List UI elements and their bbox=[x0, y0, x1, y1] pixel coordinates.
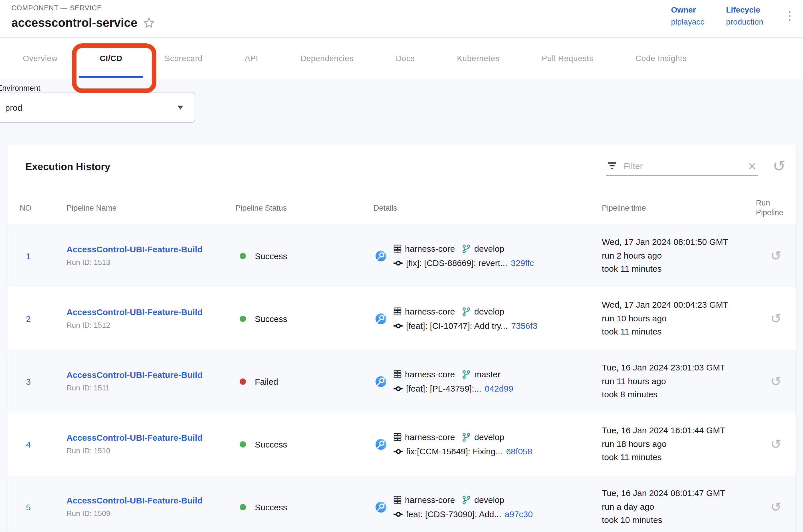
table-row: 2 AccessControl-UBI-Feature-Build Run ID… bbox=[7, 287, 796, 350]
tab-dependencies[interactable]: Dependencies bbox=[288, 38, 366, 79]
time-date: Wed, 17 Jan 2024 00:04:23 GMT bbox=[602, 299, 728, 312]
commit-hash-link[interactable]: 329ffc bbox=[511, 258, 534, 268]
run-id: Run ID: 1509 bbox=[66, 509, 110, 518]
time-duration: took 11 minutes bbox=[602, 451, 662, 464]
tab-docs[interactable]: Docs bbox=[383, 38, 427, 79]
time-date: Tue, 16 Jan 2024 16:01:44 GMT bbox=[602, 424, 725, 437]
status-label: Success bbox=[255, 502, 287, 512]
page: COMPONENT — SERVICE accesscontrol-servic… bbox=[0, 0, 803, 532]
run-pipeline-button[interactable]: ↺ bbox=[770, 375, 782, 388]
pipeline-execution-icon[interactable] bbox=[375, 439, 386, 450]
time-duration: took 8 minutes bbox=[602, 388, 657, 401]
pipeline-execution-icon[interactable] bbox=[375, 501, 386, 512]
time-date: Tue, 16 Jan 2024 08:01:47 GMT bbox=[602, 487, 725, 500]
git-branch-icon bbox=[462, 369, 471, 379]
col-run-pipeline: Run Pipeline bbox=[756, 198, 791, 218]
owner-label: Owner bbox=[671, 5, 704, 14]
col-pipeline-time: Pipeline time bbox=[602, 204, 756, 212]
filter-input[interactable] bbox=[623, 160, 742, 171]
pipeline-execution-icon[interactable] bbox=[375, 376, 386, 387]
commit-hash-link[interactable]: a97c30 bbox=[505, 509, 533, 519]
commit-message: feat: [CDS-73090]: Add... bbox=[406, 509, 501, 519]
status-dot-icon bbox=[240, 316, 246, 322]
col-pipeline-status: Pipeline Status bbox=[235, 204, 374, 212]
run-pipeline-button[interactable]: ↺ bbox=[770, 500, 782, 513]
clear-filter-icon[interactable]: × bbox=[748, 160, 757, 171]
time-relative: run a day ago bbox=[602, 500, 654, 513]
run-id: Run ID: 1510 bbox=[66, 446, 110, 455]
time-duration: took 11 minutes bbox=[602, 326, 662, 339]
tab-pull-requests[interactable]: Pull Requests bbox=[529, 38, 606, 79]
status-label: Success bbox=[255, 439, 287, 449]
pipeline-name-link[interactable]: AccessControl-UBI-Feature-Build bbox=[66, 371, 203, 380]
table-row: 4 AccessControl-UBI-Feature-Build Run ID… bbox=[7, 413, 796, 475]
environment-value: prod bbox=[0, 102, 22, 112]
git-branch-icon bbox=[462, 495, 471, 504]
run-id: Run ID: 1513 bbox=[66, 258, 110, 267]
pipeline-time: Tue, 16 Jan 2024 16:01:44 GMT run 18 hou… bbox=[602, 424, 756, 464]
branch-name: develop bbox=[474, 495, 504, 505]
environment-select[interactable]: prod bbox=[0, 92, 195, 123]
filter-box: × bbox=[606, 158, 758, 175]
repo-name: harness-core bbox=[405, 495, 455, 505]
run-id: Run ID: 1512 bbox=[66, 321, 110, 329]
pipeline-name-link[interactable]: AccessControl-UBI-Feature-Build bbox=[66, 496, 203, 506]
git-commit-icon bbox=[393, 384, 403, 393]
row-number: 5 bbox=[26, 502, 31, 512]
repository-icon bbox=[393, 307, 402, 316]
commit-hash-link[interactable]: 7356f3 bbox=[511, 321, 537, 330]
time-date: Tue, 16 Jan 2024 23:01:03 GMT bbox=[602, 362, 725, 375]
commit-message: fix:[CCM-15649]: Fixing... bbox=[406, 446, 502, 456]
run-pipeline-button[interactable]: ↺ bbox=[770, 438, 782, 451]
tab-api[interactable]: API bbox=[232, 38, 271, 79]
table-body: 1 AccessControl-UBI-Feature-Build Run ID… bbox=[7, 224, 796, 532]
commit-hash-link[interactable]: 68f058 bbox=[506, 446, 532, 456]
repo-name: harness-core bbox=[405, 244, 455, 253]
lifecycle-label: Lifecycle bbox=[726, 5, 763, 14]
pipeline-time: Tue, 16 Jan 2024 08:01:47 GMT run a day … bbox=[602, 487, 756, 527]
execution-history-card: Execution History × ↺ NO Pipeline Name P… bbox=[7, 145, 796, 532]
pipeline-name-link[interactable]: AccessControl-UBI-Feature-Build bbox=[66, 245, 203, 254]
star-icon[interactable] bbox=[143, 17, 154, 28]
time-duration: took 11 minutes bbox=[602, 263, 662, 276]
table-row: 5 AccessControl-UBI-Feature-Build Run ID… bbox=[7, 475, 796, 532]
git-commit-icon bbox=[393, 510, 403, 518]
owner-meta: Owner plplayacc bbox=[671, 5, 704, 26]
tab-scorecard[interactable]: Scorecard bbox=[152, 38, 215, 79]
pipeline-time: Wed, 17 Jan 2024 00:04:23 GMT run 10 hou… bbox=[602, 299, 756, 339]
lifecycle-meta: Lifecycle production bbox=[726, 5, 763, 26]
git-branch-icon bbox=[462, 432, 471, 441]
time-date: Wed, 17 Jan 2024 08:01:50 GMT bbox=[602, 236, 728, 249]
tab-code-insights[interactable]: Code Insights bbox=[623, 38, 699, 79]
commit-message: [fix]: [CDS-88669]: revert... bbox=[406, 258, 508, 268]
tab-overview[interactable]: Overview bbox=[10, 38, 70, 79]
pipeline-name-link[interactable]: AccessControl-UBI-Feature-Build bbox=[66, 434, 203, 443]
commit-hash-link[interactable]: 042d99 bbox=[485, 384, 513, 393]
pipeline-execution-icon[interactable] bbox=[375, 313, 386, 324]
tab-kubernetes[interactable]: Kubernetes bbox=[444, 38, 512, 79]
status-dot-icon bbox=[240, 252, 246, 259]
more-options-kebab-icon[interactable] bbox=[785, 5, 794, 26]
tab-bar: OverviewCI/CDScorecardAPIDependenciesDoc… bbox=[0, 38, 803, 79]
col-no: NO bbox=[20, 204, 66, 212]
repo-name: harness-core bbox=[405, 306, 455, 316]
tab-ci-cd[interactable]: CI/CD bbox=[87, 38, 135, 79]
pipeline-execution-icon[interactable] bbox=[375, 250, 386, 261]
col-details: Details bbox=[374, 204, 602, 212]
entity-header: COMPONENT — SERVICE accesscontrol-servic… bbox=[0, 0, 803, 38]
branch-name: develop bbox=[474, 306, 504, 316]
pipeline-time: Wed, 17 Jan 2024 08:01:50 GMT run 2 hour… bbox=[602, 236, 756, 276]
repository-icon bbox=[393, 432, 402, 441]
cicd-content: Environment prod Execution History × ↺ N… bbox=[0, 79, 803, 532]
branch-name: master bbox=[474, 369, 500, 379]
run-pipeline-button[interactable]: ↺ bbox=[770, 312, 782, 325]
pipeline-name-link[interactable]: AccessControl-UBI-Feature-Build bbox=[66, 308, 203, 317]
owner-link[interactable]: plplayacc bbox=[671, 17, 704, 26]
table-row: 3 AccessControl-UBI-Feature-Build Run ID… bbox=[7, 350, 796, 413]
commit-message: [feat]: [PL-43759]:... bbox=[406, 384, 481, 393]
refresh-icon[interactable]: ↺ bbox=[773, 158, 786, 173]
git-commit-icon bbox=[393, 259, 403, 267]
repo-name: harness-core bbox=[405, 369, 455, 379]
run-pipeline-button[interactable]: ↺ bbox=[770, 249, 782, 262]
repository-icon bbox=[393, 495, 402, 504]
